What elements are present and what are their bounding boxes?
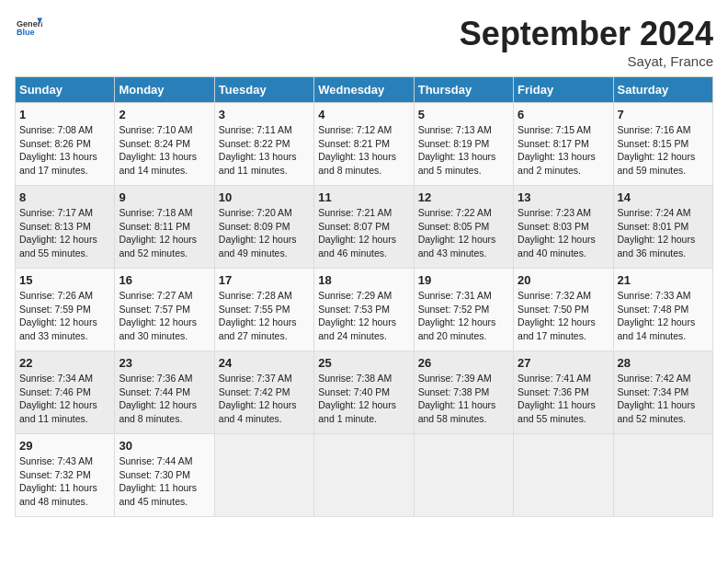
day-number: 26 bbox=[418, 356, 509, 370]
day-number: 21 bbox=[618, 273, 709, 287]
calendar-week-1: 1Sunrise: 7:08 AMSunset: 8:26 PMDaylight… bbox=[16, 103, 713, 186]
day-number: 11 bbox=[318, 190, 409, 204]
day-number: 6 bbox=[518, 108, 609, 121]
weekday-header-saturday: Saturday bbox=[613, 77, 712, 103]
day-number: 14 bbox=[618, 190, 709, 204]
calendar-cell: 10Sunrise: 7:20 AMSunset: 8:09 PMDayligh… bbox=[214, 186, 313, 269]
cell-content: Sunrise: 7:43 AMSunset: 7:32 PMDaylight:… bbox=[19, 454, 110, 509]
calendar-week-2: 8Sunrise: 7:17 AMSunset: 8:13 PMDaylight… bbox=[16, 186, 713, 269]
cell-content: Sunrise: 7:28 AMSunset: 7:55 PMDaylight:… bbox=[219, 289, 310, 343]
cell-content: Sunrise: 7:22 AMSunset: 8:05 PMDaylight:… bbox=[418, 206, 509, 260]
cell-content: Sunrise: 7:38 AMSunset: 7:40 PMDaylight:… bbox=[318, 372, 409, 426]
cell-content: Sunrise: 7:16 AMSunset: 8:15 PMDaylight:… bbox=[618, 123, 709, 178]
calendar-cell: 24Sunrise: 7:37 AMSunset: 7:42 PMDayligh… bbox=[214, 351, 313, 434]
day-number: 19 bbox=[418, 273, 509, 287]
cell-content: Sunrise: 7:24 AMSunset: 8:01 PMDaylight:… bbox=[618, 206, 709, 260]
calendar-cell: 6Sunrise: 7:15 AMSunset: 8:17 PMDaylight… bbox=[514, 103, 613, 186]
calendar-cell: 18Sunrise: 7:29 AMSunset: 7:53 PMDayligh… bbox=[314, 269, 414, 351]
day-number: 5 bbox=[418, 108, 509, 121]
cell-content: Sunrise: 7:13 AMSunset: 8:19 PMDaylight:… bbox=[418, 123, 509, 178]
logo: General Blue bbox=[15, 15, 42, 44]
calendar-cell bbox=[314, 434, 414, 517]
calendar-cell: 19Sunrise: 7:31 AMSunset: 7:52 PMDayligh… bbox=[414, 269, 513, 351]
cell-content: Sunrise: 7:26 AMSunset: 7:59 PMDaylight:… bbox=[19, 289, 110, 343]
weekday-header-monday: Monday bbox=[115, 77, 214, 103]
calendar-week-4: 22Sunrise: 7:34 AMSunset: 7:46 PMDayligh… bbox=[16, 351, 713, 434]
day-number: 7 bbox=[618, 108, 709, 121]
calendar-cell: 4Sunrise: 7:12 AMSunset: 8:21 PMDaylight… bbox=[314, 103, 414, 186]
day-number: 9 bbox=[119, 190, 210, 204]
calendar-cell: 13Sunrise: 7:23 AMSunset: 8:03 PMDayligh… bbox=[514, 186, 613, 269]
calendar-cell: 14Sunrise: 7:24 AMSunset: 8:01 PMDayligh… bbox=[613, 186, 712, 269]
calendar-cell: 29Sunrise: 7:43 AMSunset: 7:32 PMDayligh… bbox=[16, 434, 115, 517]
cell-content: Sunrise: 7:37 AMSunset: 7:42 PMDaylight:… bbox=[219, 372, 310, 426]
day-number: 1 bbox=[19, 108, 110, 121]
cell-content: Sunrise: 7:23 AMSunset: 8:03 PMDaylight:… bbox=[518, 206, 609, 260]
calendar-cell: 2Sunrise: 7:10 AMSunset: 8:24 PMDaylight… bbox=[115, 103, 214, 186]
day-number: 17 bbox=[219, 273, 310, 287]
cell-content: Sunrise: 7:15 AMSunset: 8:17 PMDaylight:… bbox=[518, 123, 609, 178]
calendar-week-3: 15Sunrise: 7:26 AMSunset: 7:59 PMDayligh… bbox=[16, 269, 713, 351]
calendar-cell: 25Sunrise: 7:38 AMSunset: 7:40 PMDayligh… bbox=[314, 351, 414, 434]
calendar-cell: 11Sunrise: 7:21 AMSunset: 8:07 PMDayligh… bbox=[314, 186, 414, 269]
weekday-header-thursday: Thursday bbox=[414, 77, 513, 103]
cell-content: Sunrise: 7:21 AMSunset: 8:07 PMDaylight:… bbox=[318, 206, 409, 260]
calendar-cell: 5Sunrise: 7:13 AMSunset: 8:19 PMDaylight… bbox=[414, 103, 513, 186]
calendar-header-row: SundayMondayTuesdayWednesdayThursdayFrid… bbox=[16, 77, 713, 103]
cell-content: Sunrise: 7:36 AMSunset: 7:44 PMDaylight:… bbox=[119, 372, 210, 426]
cell-content: Sunrise: 7:10 AMSunset: 8:24 PMDaylight:… bbox=[119, 123, 210, 178]
cell-content: Sunrise: 7:27 AMSunset: 7:57 PMDaylight:… bbox=[119, 289, 210, 343]
cell-content: Sunrise: 7:34 AMSunset: 7:46 PMDaylight:… bbox=[19, 372, 110, 426]
calendar-cell: 21Sunrise: 7:33 AMSunset: 7:48 PMDayligh… bbox=[613, 269, 712, 351]
calendar-cell: 3Sunrise: 7:11 AMSunset: 8:22 PMDaylight… bbox=[214, 103, 313, 186]
day-number: 2 bbox=[119, 108, 210, 121]
day-number: 18 bbox=[318, 273, 409, 287]
cell-content: Sunrise: 7:31 AMSunset: 7:52 PMDaylight:… bbox=[418, 289, 509, 343]
calendar-cell bbox=[214, 434, 313, 517]
calendar-cell: 27Sunrise: 7:41 AMSunset: 7:36 PMDayligh… bbox=[514, 351, 613, 434]
calendar-body: 1Sunrise: 7:08 AMSunset: 8:26 PMDaylight… bbox=[16, 103, 713, 517]
calendar-cell: 8Sunrise: 7:17 AMSunset: 8:13 PMDaylight… bbox=[16, 186, 115, 269]
cell-content: Sunrise: 7:11 AMSunset: 8:22 PMDaylight:… bbox=[219, 123, 310, 178]
calendar-cell: 16Sunrise: 7:27 AMSunset: 7:57 PMDayligh… bbox=[115, 269, 214, 351]
day-number: 25 bbox=[318, 356, 409, 370]
calendar-cell: 9Sunrise: 7:18 AMSunset: 8:11 PMDaylight… bbox=[115, 186, 214, 269]
calendar-cell: 12Sunrise: 7:22 AMSunset: 8:05 PMDayligh… bbox=[414, 186, 513, 269]
svg-text:Blue: Blue bbox=[17, 28, 35, 37]
calendar-cell: 15Sunrise: 7:26 AMSunset: 7:59 PMDayligh… bbox=[16, 269, 115, 351]
day-number: 24 bbox=[219, 356, 310, 370]
calendar-cell: 26Sunrise: 7:39 AMSunset: 7:38 PMDayligh… bbox=[414, 351, 513, 434]
cell-content: Sunrise: 7:32 AMSunset: 7:50 PMDaylight:… bbox=[518, 289, 609, 343]
day-number: 4 bbox=[318, 108, 409, 121]
day-number: 20 bbox=[518, 273, 609, 287]
calendar-cell: 1Sunrise: 7:08 AMSunset: 8:26 PMDaylight… bbox=[16, 103, 115, 186]
weekday-header-wednesday: Wednesday bbox=[314, 77, 414, 103]
cell-content: Sunrise: 7:39 AMSunset: 7:38 PMDaylight:… bbox=[418, 372, 509, 426]
title-area: September 2024 Sayat, France bbox=[460, 15, 713, 69]
calendar-cell: 23Sunrise: 7:36 AMSunset: 7:44 PMDayligh… bbox=[115, 351, 214, 434]
calendar-cell: 28Sunrise: 7:42 AMSunset: 7:34 PMDayligh… bbox=[613, 351, 712, 434]
cell-content: Sunrise: 7:18 AMSunset: 8:11 PMDaylight:… bbox=[119, 206, 210, 260]
cell-content: Sunrise: 7:20 AMSunset: 8:09 PMDaylight:… bbox=[219, 206, 310, 260]
day-number: 10 bbox=[219, 190, 310, 204]
calendar-cell: 30Sunrise: 7:44 AMSunset: 7:30 PMDayligh… bbox=[115, 434, 214, 517]
day-number: 12 bbox=[418, 190, 509, 204]
calendar-cell bbox=[613, 434, 712, 517]
day-number: 16 bbox=[119, 273, 210, 287]
cell-content: Sunrise: 7:17 AMSunset: 8:13 PMDaylight:… bbox=[19, 206, 110, 260]
day-number: 15 bbox=[19, 273, 110, 287]
cell-content: Sunrise: 7:08 AMSunset: 8:26 PMDaylight:… bbox=[19, 123, 110, 178]
cell-content: Sunrise: 7:41 AMSunset: 7:36 PMDaylight:… bbox=[518, 372, 609, 426]
cell-content: Sunrise: 7:12 AMSunset: 8:21 PMDaylight:… bbox=[318, 123, 409, 178]
location: Sayat, France bbox=[460, 53, 713, 69]
day-number: 3 bbox=[219, 108, 310, 121]
weekday-header-friday: Friday bbox=[514, 77, 613, 103]
calendar-cell: 20Sunrise: 7:32 AMSunset: 7:50 PMDayligh… bbox=[514, 269, 613, 351]
calendar-cell: 22Sunrise: 7:34 AMSunset: 7:46 PMDayligh… bbox=[16, 351, 115, 434]
day-number: 29 bbox=[19, 439, 110, 453]
calendar-table: SundayMondayTuesdayWednesdayThursdayFrid… bbox=[15, 76, 713, 517]
day-number: 13 bbox=[518, 190, 609, 204]
day-number: 27 bbox=[518, 356, 609, 370]
cell-content: Sunrise: 7:44 AMSunset: 7:30 PMDaylight:… bbox=[119, 454, 210, 509]
day-number: 8 bbox=[19, 190, 110, 204]
